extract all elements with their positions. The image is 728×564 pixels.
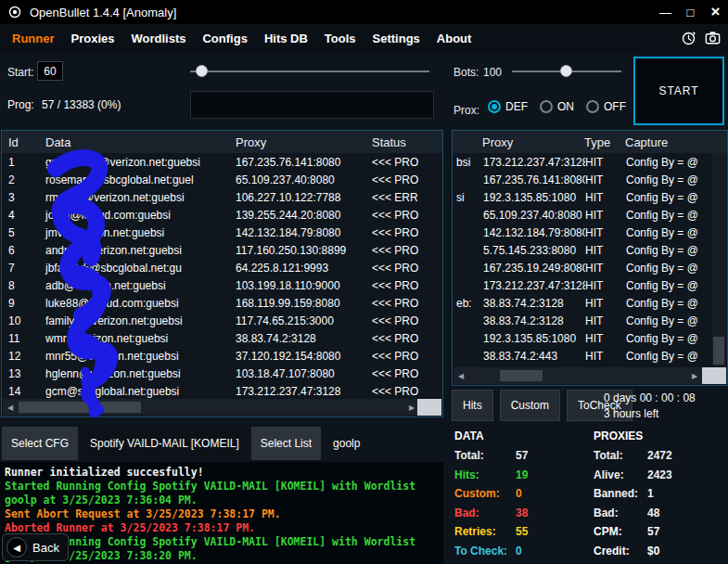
scroll-right-icon[interactable]: ▶ [687,372,702,380]
cell-type: HIT [585,156,626,169]
results-row[interactable]: 3rmundy@verizon.net:guebsi106.227.10.122… [2,188,442,206]
prox-label: Prox: [453,104,479,117]
stat-value: 55 [516,525,528,545]
column-header-proxy[interactable]: Proxy [480,135,584,149]
slider-thumb[interactable] [560,65,572,77]
results-row[interactable]: 9luke88@icloud.com:guebsi168.119.99.159:… [2,294,442,312]
history-icon[interactable] [679,28,698,47]
cell-type: HIT [585,332,626,345]
hits-row[interactable]: 65.109.237.40:8080HITConfig By = @ [453,206,710,224]
menu-item-wordlists[interactable]: Wordlists [122,32,194,45]
menu-item-settings[interactable]: Settings [364,32,428,45]
cell-data: andreu@verizon.net:guebsi [39,244,229,257]
select-list-button[interactable]: Select List [251,427,321,460]
stat-label: Bad: [594,506,647,526]
menu-item-configs[interactable]: Configs [194,32,255,45]
start-slider[interactable] [190,65,429,77]
hits-row[interactable]: bsi173.212.237.47:3128HITConfig By = @ [453,153,710,171]
stat-to-check: To Check:0 [454,545,592,564]
proxies-stats-panel: PROXIES Total:2472Alive:2423Banned:1Bad:… [594,429,725,563]
results-row[interactable]: 14gcm@sbcglobal.net:guebsi173.212.237.47… [2,382,442,400]
screenshot-camera-icon[interactable] [703,28,722,47]
slider-thumb[interactable] [196,65,208,77]
menu-item-about[interactable]: About [428,32,480,45]
scroll-thumb[interactable] [19,402,141,413]
cell-capture: Config By = @ [626,262,710,275]
cell-proxy: 142.132.184.79:8080 [229,226,365,239]
hits-row[interactable]: 5.75.145.233:8080HITConfig By = @ [453,241,710,259]
slider-track[interactable] [190,70,429,72]
results-row[interactable]: 11wmr@verizon.net:guebsi38.83.74.2:3128<… [2,329,442,347]
column-header-type[interactable]: Type [584,135,625,149]
data-stats-panel: DATA Total:57Hits:19Custom:0Bad:38Retrie… [454,429,592,563]
stat-label: Retries: [454,525,516,545]
hits-row[interactable]: 38.83.74.2:3128HITConfig By = @ [453,312,710,329]
back-button[interactable]: ◀ Back [2,533,69,561]
results-row[interactable]: 7jbfamily5@sbcglobal.net:gu64.225.8.121:… [2,259,442,276]
results-row[interactable]: 6andreu@verizon.net:guebsi117.160.250.13… [2,241,442,259]
results-row[interactable]: 13hglenn@verizon.net:guebsi103.18.47.107… [2,365,442,382]
cell-data: jbfamily5@sbcglobal.net:gu [39,262,229,275]
title-bar[interactable]: OpenBullet 1.4.4 [Anomaly] — □ × [0,0,728,24]
tab-custom[interactable]: Custom [500,390,560,421]
stat-alive: Alive:2423 [594,468,725,488]
column-header-data[interactable]: Data [39,135,229,149]
scroll-left-icon[interactable]: ◀ [3,404,18,412]
log-line: Runner initialized succesfully! [5,466,439,480]
hits-row[interactable]: 173.212.237.47:3128HITConfig By = @ [453,276,710,294]
results-row[interactable]: 4jorda@icloud.com:guebsi139.255.244.20:8… [2,206,442,224]
maximize-icon[interactable]: □ [678,0,703,24]
cell-data: rmundy@verizon.net:guebsi [39,191,229,204]
results-hscrollbar[interactable]: ◀ ▶ [3,399,419,416]
tab-hits[interactable]: Hits [452,390,493,421]
cell-proxy: 192.3.135.85:1080 [481,191,585,204]
cell-data: jmv@verizon.net:guebsi [39,226,229,239]
scroll-left-icon[interactable]: ◀ [453,372,468,380]
bots-slider[interactable] [512,65,621,77]
cell-id: 2 [2,173,39,186]
cell-type: HIT [585,314,626,327]
column-header-id[interactable]: Id [2,135,39,149]
hits-row[interactable]: eb:38.83.74.2:3128HITConfig By = @ [453,294,710,312]
prox-options: DEFONOFF [488,100,626,113]
start-button[interactable]: START [633,57,724,125]
minimize-icon[interactable]: — [653,0,678,24]
hits-row[interactable]: si192.3.135.85:1080HITConfig By = @ [453,188,710,206]
window-controls: — □ × [653,0,728,24]
hits-vscrollbar[interactable] [711,153,726,366]
stat-total: Total:57 [454,449,592,468]
prox-radio-off[interactable]: OFF [586,100,626,113]
hits-row[interactable]: 167.235.19.249:8080HITConfig By = @ [453,259,710,276]
stat-hits: Hits:19 [454,468,592,488]
prox-radio-on[interactable]: ON [540,100,574,113]
hits-row[interactable]: 38.83.74.2:443HITConfig By = @ [453,347,710,365]
scroll-thumb[interactable] [713,337,724,365]
results-row[interactable]: 8adb@verizon.net:guebsi103.199.18.110:90… [2,276,442,294]
menu-item-tools[interactable]: Tools [316,32,364,45]
column-header-status[interactable]: Status [365,135,442,149]
menu-item-runner[interactable]: Runner [4,32,63,45]
cell-id: 11 [2,332,39,345]
results-row[interactable]: 10family4@verizon.net:guebsi117.74.65.21… [2,312,442,329]
window-title: OpenBullet 1.4.4 [Anomaly] [30,6,176,19]
close-icon[interactable]: × [703,0,728,24]
hits-row[interactable]: 142.132.184.79:8080HITConfig By = @ [453,224,710,241]
column-header-capture[interactable]: Capture [625,135,727,149]
menu-item-proxies[interactable]: Proxies [63,32,123,45]
start-count-input[interactable] [37,61,63,81]
prox-radio-def[interactable]: DEF [488,100,528,113]
results-row[interactable]: 1gmerchner@verizon.net:guebsi167.235.76.… [2,153,442,171]
hits-row[interactable]: 167.235.76.141:8080HITConfig By = @ [453,171,710,188]
results-row[interactable]: 5jmv@verizon.net:guebsi142.132.184.79:80… [2,224,442,241]
stat-value: 0 [516,545,522,564]
menu-item-hits-db[interactable]: Hits DB [256,32,316,45]
results-row[interactable]: 2rosemare@sbcglobal.net:guel65.109.237.4… [2,171,442,188]
hits-hscrollbar[interactable]: ◀ ▶ [453,367,702,384]
cell-data: family4@verizon.net:guebsi [39,314,229,327]
column-header-proxy[interactable]: Proxy [229,135,365,149]
results-row[interactable]: 12mnr55@verizon.net:guebsi37.120.192.154… [2,347,442,365]
hits-row[interactable]: 192.3.135.85:1080HITConfig By = @ [453,329,710,347]
select-config-button[interactable]: Select CFG [2,427,78,460]
hits-table: ProxyTypeCapture bsi173.212.237.47:3128H… [452,130,728,386]
scroll-thumb[interactable] [500,370,543,381]
